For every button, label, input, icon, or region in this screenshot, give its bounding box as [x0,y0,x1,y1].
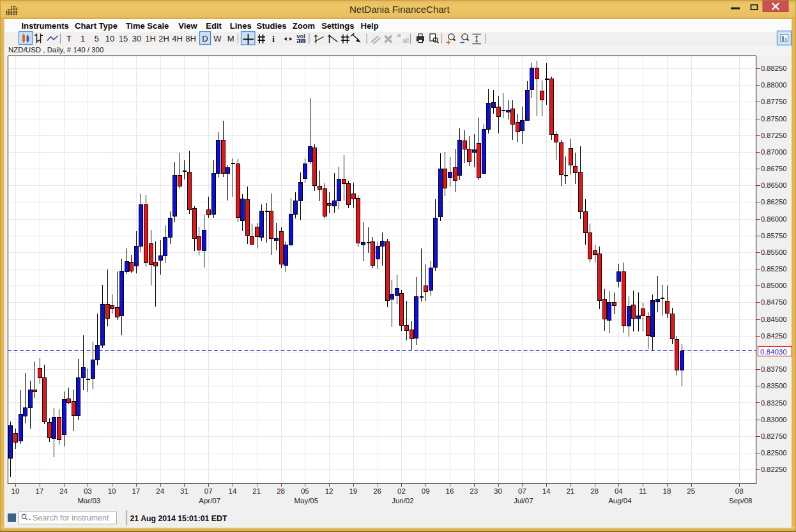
svg-text:0.85250: 0.85250 [761,265,786,273]
svg-text:NZD/USD , Daily, # 140 / 300: NZD/USD , Daily, # 140 / 300 [8,46,103,54]
svg-text:0.87750: 0.87750 [761,98,786,105]
svg-text:Lines: Lines [230,21,252,31]
svg-text:0.85750: 0.85750 [761,232,786,239]
svg-text:30: 30 [132,34,141,43]
svg-text:T: T [66,34,72,43]
svg-text:Studies: Studies [257,21,287,31]
svg-text:0.87500: 0.87500 [761,115,786,123]
svg-text:0.88000: 0.88000 [761,81,786,89]
svg-text:19: 19 [349,487,357,495]
svg-text:03: 03 [84,487,92,495]
svg-text:16: 16 [446,487,454,495]
svg-text:23: 23 [470,487,478,495]
svg-text:Search for instrument: Search for instrument [33,513,109,522]
svg-text:17: 17 [132,487,140,495]
svg-text:0.86250: 0.86250 [761,198,786,206]
svg-text:Chart Type: Chart Type [75,21,118,31]
svg-text:Zoom: Zoom [293,21,315,31]
svg-text:15: 15 [119,34,128,43]
svg-text:Jul/07: Jul/07 [514,497,533,505]
svg-text:0.85500: 0.85500 [761,248,786,256]
svg-text:02: 02 [397,487,406,495]
svg-text:07: 07 [518,487,526,495]
svg-text:i: i [272,34,275,44]
svg-text:12: 12 [325,487,333,495]
svg-text:1H: 1H [145,34,156,43]
svg-text:05: 05 [301,487,309,495]
svg-text:14: 14 [229,487,237,495]
svg-text:0.86000: 0.86000 [761,215,786,223]
svg-text:0.87000: 0.87000 [761,148,786,156]
svg-text:Jun/02: Jun/02 [392,497,414,505]
svg-text:0.84250: 0.84250 [761,332,786,340]
svg-text:Settings: Settings [321,21,354,31]
svg-text:14: 14 [542,487,551,495]
svg-text:0.87250: 0.87250 [761,132,786,139]
svg-text:all: all [402,37,409,44]
svg-text:Mar/03: Mar/03 [77,497,100,505]
svg-text:Sep/08: Sep/08 [729,497,752,505]
svg-text:0.85000: 0.85000 [761,282,786,289]
svg-text:Instruments: Instruments [21,21,68,31]
svg-text:Time Scale: Time Scale [126,21,169,31]
svg-text:0.88250: 0.88250 [761,65,786,72]
svg-text:10: 10 [105,34,114,43]
svg-text:0.82250: 0.82250 [761,466,786,473]
svg-text:View: View [178,21,197,31]
svg-text:24: 24 [59,487,68,495]
svg-text:0.82750: 0.82750 [761,432,786,440]
svg-text:0.83000: 0.83000 [761,416,786,423]
svg-text:24: 24 [156,487,164,495]
svg-text:0.83250: 0.83250 [761,399,786,407]
svg-text:1: 1 [80,34,85,43]
svg-text:W: W [213,34,222,43]
svg-text:21 Aug 2014 15:01:01 EDT: 21 Aug 2014 15:01:01 EDT [130,514,227,523]
svg-text:04: 04 [615,487,623,495]
svg-text:0.86750: 0.86750 [761,165,786,172]
svg-text:5: 5 [95,34,99,43]
svg-text:0.83500: 0.83500 [761,382,786,390]
svg-text:0.84030: 0.84030 [760,348,787,356]
svg-text:31: 31 [180,487,188,495]
svg-text:28: 28 [590,487,599,495]
svg-text:Edit: Edit [206,21,222,31]
svg-text:07: 07 [204,487,213,495]
svg-text:09: 09 [422,487,430,495]
svg-text:11: 11 [639,487,647,495]
svg-text:0.84500: 0.84500 [761,315,786,323]
svg-text:Aug/04: Aug/04 [608,497,632,505]
svg-text:17: 17 [35,487,43,495]
svg-text:M: M [227,34,234,43]
svg-text:D: D [202,34,208,43]
svg-text:21: 21 [566,487,574,495]
svg-text:08: 08 [735,487,744,495]
svg-text:NetDania FinanceChart: NetDania FinanceChart [349,4,450,15]
svg-text:10: 10 [108,487,116,495]
svg-text:25: 25 [687,487,695,495]
svg-text:18: 18 [663,487,671,495]
svg-text:2H: 2H [158,34,169,43]
svg-text:0.86500: 0.86500 [761,181,786,189]
svg-text:0.83750: 0.83750 [761,365,786,373]
svg-text:Apr/07: Apr/07 [199,497,220,505]
svg-text:8H: 8H [185,34,196,43]
svg-text:28: 28 [277,487,285,495]
svg-text:vol: vol [296,33,305,40]
svg-text:Help: Help [361,21,379,31]
svg-text:0.82500: 0.82500 [761,449,786,457]
svg-text:4H: 4H [172,34,183,43]
svg-text:10: 10 [11,487,20,495]
svg-text:May/05: May/05 [294,497,318,505]
svg-text:0.84750: 0.84750 [761,298,786,306]
svg-text:21: 21 [252,487,261,495]
svg-text:30: 30 [494,487,502,495]
svg-text:26: 26 [373,487,381,495]
